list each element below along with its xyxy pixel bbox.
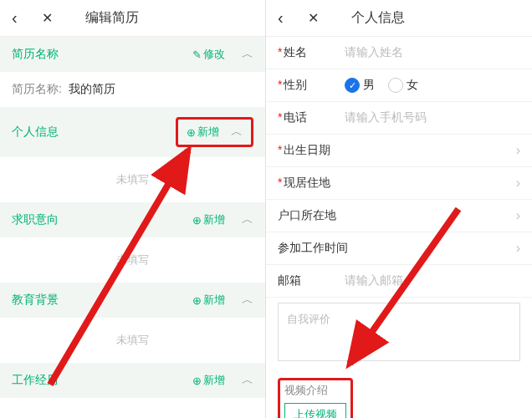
header: ‹ ✕ 编辑简历	[0, 0, 265, 37]
chevron-up-icon[interactable]: ︿	[242, 47, 253, 62]
empty-edu: 未填写	[0, 318, 265, 363]
chevron-right-icon: ›	[516, 176, 520, 191]
bio-textarea[interactable]: 自我评价	[278, 303, 520, 361]
add-personal-button[interactable]: ⊕ 新增	[187, 125, 219, 140]
field-phone[interactable]: *电话 请输入手机号码	[266, 102, 532, 135]
section-label: 简历名称	[12, 47, 59, 62]
highlight-add-personal: ⊕ 新增 ︿	[176, 117, 253, 147]
edit-icon: ✎	[192, 48, 202, 61]
empty-personal: 未填写	[0, 157, 265, 202]
chevron-up-icon[interactable]: ︿	[242, 373, 253, 388]
modify-button[interactable]: ✎ 修改	[192, 47, 225, 62]
resume-name-value: 我的简历	[69, 82, 115, 97]
highlight-upload-video: 视频介绍 上传视频	[278, 378, 353, 418]
chevron-right-icon: ›	[516, 208, 520, 223]
upload-video-button[interactable]: 上传视频	[284, 403, 346, 418]
section-resume-name[interactable]: 简历名称 ✎ 修改 ︿	[0, 37, 265, 72]
plus-icon: ⊕	[187, 126, 196, 139]
section-personal-info[interactable]: 个人信息 ⊕ 新增 ︿	[0, 107, 265, 157]
field-birth[interactable]: *出生日期 ›	[266, 135, 532, 167]
chevron-right-icon: ›	[516, 143, 520, 158]
back-icon[interactable]: ‹	[12, 8, 27, 28]
phone-personal-info: ‹ ✕ 个人信息 *姓名 请输入姓名 *性别 ✓男 女 *电话 请输入手机号码 …	[266, 0, 532, 418]
chevron-up-icon[interactable]: ︿	[242, 293, 253, 308]
chevron-right-icon: ›	[516, 241, 520, 256]
phone-edit-resume: ‹ ✕ 编辑简历 简历名称 ✎ 修改 ︿ 简历名称: 我的简历 个人信息 ⊕ 新…	[0, 0, 266, 418]
header: ‹ ✕ 个人信息	[266, 0, 532, 37]
field-name[interactable]: *姓名 请输入姓名	[266, 37, 532, 69]
field-email[interactable]: 邮箱 请输入邮箱	[266, 265, 532, 298]
video-section: 视频介绍 上传视频	[266, 373, 532, 418]
add-edu-button[interactable]: ⊕ 新增	[192, 293, 225, 308]
section-job-intent[interactable]: 求职意向 ⊕ 新增 ︿	[0, 202, 265, 237]
resume-name-row: 简历名称: 我的简历	[0, 72, 265, 107]
plus-icon: ⊕	[192, 294, 202, 307]
field-hukou[interactable]: 户口所在地 ›	[266, 200, 532, 232]
close-icon[interactable]: ✕	[42, 10, 57, 26]
chevron-up-icon[interactable]: ︿	[231, 125, 243, 140]
radio-male[interactable]: ✓男	[345, 78, 375, 93]
plus-icon: ⊕	[192, 375, 202, 387]
close-icon[interactable]: ✕	[308, 10, 323, 26]
section-education[interactable]: 教育背景 ⊕ 新增 ︿	[0, 283, 265, 318]
add-intent-button[interactable]: ⊕ 新增	[192, 212, 225, 227]
add-work-button[interactable]: ⊕ 新增	[192, 373, 225, 388]
field-work-start[interactable]: 参加工作时间 ›	[266, 232, 532, 265]
page-title: 个人信息	[351, 9, 520, 27]
chevron-up-icon[interactable]: ︿	[242, 212, 253, 227]
section-work-exp[interactable]: 工作经历 ⊕ 新增 ︿	[0, 363, 265, 398]
back-icon[interactable]: ‹	[278, 8, 293, 28]
empty-intent: 未填写	[0, 237, 265, 283]
plus-icon: ⊕	[192, 214, 202, 227]
field-gender: *性别 ✓男 女	[266, 69, 532, 102]
page-title: 编辑简历	[85, 9, 253, 27]
field-live[interactable]: *现居住地 ›	[266, 167, 532, 200]
radio-female[interactable]: 女	[388, 78, 418, 93]
